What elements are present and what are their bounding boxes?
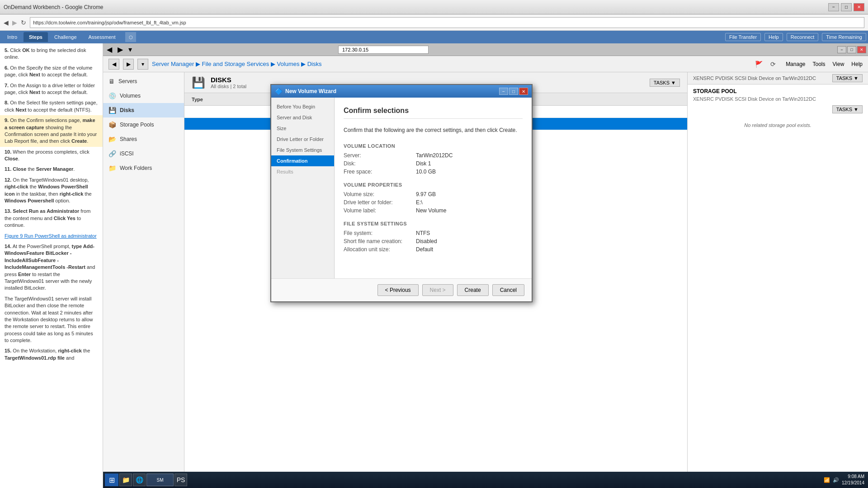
wizard-main: Confirm selections Confirm that the foll…	[335, 98, 532, 278]
confirm-alloc-row: Allocation unit size: Default	[344, 246, 523, 253]
taskbar-explorer[interactable]: 📁	[119, 474, 132, 486]
step-9: 9. On the Confirm selections page, make …	[0, 115, 103, 147]
storage-pool-section: STORAGE POOL XENSRC PVDISK SCSI Disk Dev…	[688, 84, 868, 488]
wizard-maximize-button[interactable]: □	[509, 88, 518, 95]
browser-window-controls[interactable]: − □ ✕	[828, 3, 864, 11]
browser-close-button[interactable]: ✕	[854, 3, 864, 11]
help-button[interactable]: Help	[764, 33, 783, 41]
volume-location-section: VOLUME LOCATION Server: TarWin2012DC Dis…	[344, 143, 523, 175]
tab-challenge[interactable]: Challenge	[49, 32, 82, 42]
confirm-short-name-label: Short file name creation:	[344, 238, 416, 244]
sm-view[interactable]: View	[833, 61, 844, 67]
sm-manage[interactable]: Manage	[786, 61, 805, 67]
shares-icon: 📂	[108, 136, 116, 143]
sm-dropdown-button[interactable]: ▾	[137, 59, 148, 70]
wizard-step-server-and-disk[interactable]: Server and Disk	[271, 112, 334, 123]
tab-intro[interactable]: Intro	[2, 32, 23, 42]
confirm-drive-letter-row: Drive letter or folder: E:\	[344, 199, 523, 206]
taskbar-sys-icon-network[interactable]: 📶	[824, 477, 830, 483]
forward-button[interactable]: ▶	[12, 19, 17, 26]
confirm-free-space-label: Free space:	[344, 169, 416, 175]
taskbar-ie[interactable]: 🌐	[133, 474, 146, 486]
nav-iscsi[interactable]: 🔗 iSCSI	[103, 146, 184, 161]
servers-icon: 🖥	[108, 78, 115, 85]
breadcrumb-disks[interactable]: Disks	[307, 61, 322, 67]
wizard-window-buttons[interactable]: − □ ✕	[499, 88, 528, 95]
create-button[interactable]: Create	[457, 284, 489, 296]
nav-storage-pools[interactable]: 📦 Storage Pools	[103, 117, 184, 132]
sm-forward-button[interactable]: ▶	[123, 59, 134, 70]
refresh-button[interactable]: ↻	[21, 19, 26, 26]
wizard-step-before-you-begin[interactable]: Before You Begin	[271, 101, 334, 112]
remote-window-buttons[interactable]: − □ ✕	[837, 46, 866, 53]
step-6: 6. On the Specify the size of the volume…	[0, 63, 103, 80]
disk-header-icon: 💾	[192, 76, 205, 89]
remote-restore-button[interactable]: □	[847, 46, 856, 53]
wizard-step-confirmation[interactable]: Confirmation	[271, 155, 334, 166]
step-7: 7. On the Assign to a drive letter or fo…	[0, 80, 103, 98]
breadcrumb-volumes[interactable]: Volumes	[277, 61, 300, 67]
right-panel-header: XENSRC PVDISK SCSI Disk Device on TarWin…	[688, 72, 868, 84]
sm-flag-icon[interactable]: 🚩	[753, 59, 764, 70]
wizard-minimize-button[interactable]: −	[499, 88, 508, 95]
remote-back-button[interactable]: ◀	[105, 45, 114, 54]
wizard-title: New Volume Wizard	[285, 88, 499, 94]
start-button[interactable]: ⊞	[105, 474, 118, 486]
file-transfer-button[interactable]: File Transfer	[725, 33, 761, 41]
remote-forward-button[interactable]: ▶	[116, 45, 125, 54]
breadcrumb-file-storage[interactable]: File and Storage Services	[202, 61, 269, 67]
nav-volumes[interactable]: 💿 Volumes	[103, 89, 184, 103]
tab-steps[interactable]: Steps	[24, 32, 48, 42]
confirm-free-space-row: Free space: 10.0 GB	[344, 169, 523, 175]
remote-minimize-button[interactable]: −	[837, 46, 846, 53]
file-system-settings-section: FILE SYSTEM SETTINGS File system: NTFS S…	[344, 221, 523, 253]
taskbar-server-manager[interactable]: SM	[146, 474, 174, 486]
wizard-close-button[interactable]: ✕	[519, 88, 528, 95]
storage-tasks-button[interactable]: TASKS ▼	[832, 105, 863, 113]
address-input[interactable]	[30, 17, 864, 28]
confirm-vol-size-row: Volume size: 9.97 GB	[344, 191, 523, 197]
wizard-step-drive-letter[interactable]: Drive Letter or Folder	[271, 134, 334, 145]
taskbar-ps[interactable]: PS	[175, 474, 187, 486]
sm-refresh-icon[interactable]: ⟳	[768, 59, 778, 70]
browser-maximize-button[interactable]: □	[841, 3, 852, 11]
previous-button[interactable]: < Previous	[377, 284, 419, 296]
next-button[interactable]: Next >	[422, 284, 453, 296]
right-panel-tasks-button[interactable]: TASKS ▼	[832, 74, 863, 82]
wizard-step-size[interactable]: Size	[271, 123, 334, 134]
breadcrumb-server-manager[interactable]: Server Manager	[152, 61, 194, 67]
remote-folder-button[interactable]: ▾	[127, 45, 134, 54]
sm-tools[interactable]: Tools	[813, 61, 826, 67]
tasks-button-main[interactable]: TASKS ▼	[650, 79, 680, 87]
cancel-button[interactable]: Cancel	[492, 284, 524, 296]
nav-shares[interactable]: 📂 Shares	[103, 132, 184, 146]
tab-assessment[interactable]: Assessment	[83, 32, 121, 42]
no-pool-text: No related storage pool exists.	[693, 122, 863, 128]
file-system-settings-title: FILE SYSTEM SETTINGS	[344, 221, 523, 226]
reconnect-button[interactable]: Reconnect	[787, 33, 819, 41]
powershell-link[interactable]: Figure 9 Run PowerShell as administrator	[5, 233, 97, 239]
confirm-server-row: Server: TarWin2012DC	[344, 152, 523, 159]
nav-servers[interactable]: 🖥 Servers	[103, 74, 184, 89]
confirm-server-label: Server:	[344, 152, 416, 159]
sm-help[interactable]: Help	[851, 61, 863, 67]
sm-right-panel: XENSRC PVDISK SCSI Disk Device on TarWin…	[687, 72, 868, 488]
nav-disks[interactable]: 💾 Disks	[103, 103, 184, 117]
remote-nav-buttons[interactable]: ◀ ▶ ▾	[105, 45, 134, 54]
step-15: 15. On the Workstation, right-click the …	[0, 346, 103, 363]
nav-icon[interactable]: ⬡	[125, 32, 136, 42]
section-subtitle: All disks | 2 total	[211, 84, 246, 89]
wizard-step-file-system[interactable]: File System Settings	[271, 145, 334, 155]
taskbar-sys-icon-volume[interactable]: 🔊	[833, 477, 839, 483]
step-5: 5. Click OK to bring the selected disk o…	[0, 45, 103, 63]
nav-work-folders[interactable]: 📁 Work Folders	[103, 161, 184, 175]
wizard-footer: < Previous Next > Create Cancel	[271, 278, 532, 301]
sm-back-button[interactable]: ◀	[108, 59, 119, 70]
work-folders-icon: 📁	[108, 164, 116, 172]
back-button[interactable]: ◀	[4, 19, 9, 26]
step-10: 10. When the process completes, click Cl…	[0, 147, 103, 164]
step-14-info: The TargetWindows01 server will install …	[0, 294, 103, 346]
sm-toolbar-right: 🚩 ⟳ Manage Tools View Help	[753, 59, 863, 70]
browser-minimize-button[interactable]: −	[828, 3, 839, 11]
remote-close-button[interactable]: ✕	[857, 46, 866, 53]
